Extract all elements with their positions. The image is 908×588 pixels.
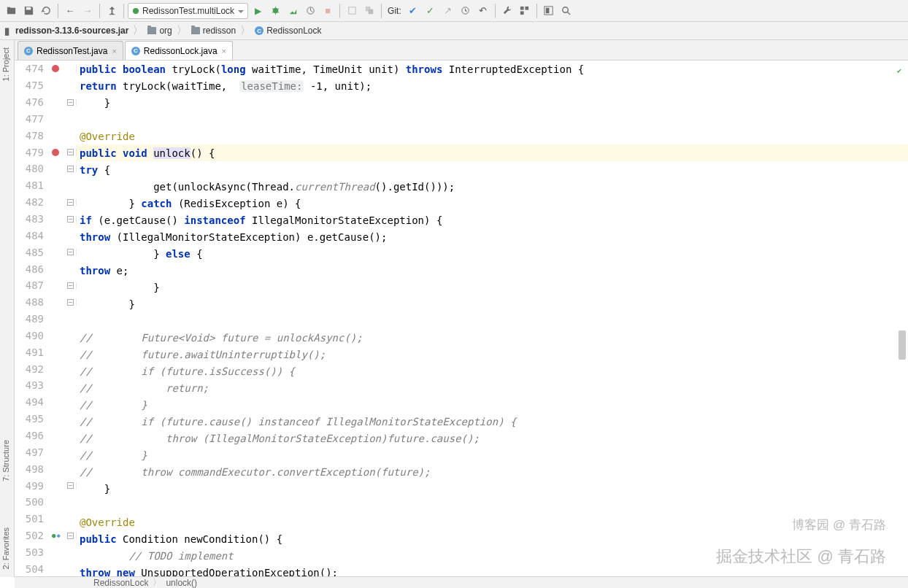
nav-redisson[interactable]: redisson	[188, 26, 239, 36]
breakpoint-icon[interactable]	[52, 65, 59, 72]
close-tab-icon[interactable]: ×	[112, 47, 116, 55]
save-icon[interactable]	[20, 3, 36, 19]
left-tool-stripe: 1: Project 7: Structure 2: Favorites	[0, 40, 15, 577]
git-push-icon[interactable]: ↗	[440, 3, 456, 19]
profile-icon[interactable]	[302, 3, 318, 19]
attach-icon[interactable]	[344, 3, 360, 19]
git-commit-icon[interactable]: ✓	[423, 3, 439, 19]
svg-point-11	[563, 7, 569, 13]
run-config-dropdown[interactable]: RedissonTest.multiLock	[128, 3, 248, 19]
wrench-icon[interactable]	[499, 3, 515, 19]
svg-point-0	[272, 8, 278, 14]
coverage-icon[interactable]	[285, 3, 301, 19]
svg-rect-8	[520, 11, 524, 15]
tab-redissonlock[interactable]: CRedissonLock.java×	[125, 41, 233, 60]
gutter[interactable]: 474 475 476 477 478 479 480 481 482 483 …	[15, 61, 77, 577]
refresh-icon[interactable]	[38, 3, 54, 19]
tab-redissontest[interactable]: CRedissonTest.java×	[18, 41, 123, 60]
stack-icon[interactable]	[361, 3, 377, 19]
fold-icon[interactable]	[67, 199, 74, 206]
close-tab-icon[interactable]: ×	[222, 47, 226, 55]
nav-jar[interactable]: redisson-3.13.6-sources.jar	[12, 26, 131, 36]
main-toolbar: ← → RedissonTest.multiLock ▶ ■ Git: ✔ ✓ …	[0, 0, 908, 22]
nav-class[interactable]: CRedissonLock	[252, 26, 324, 36]
svg-rect-2	[348, 7, 355, 14]
class-icon: C	[255, 26, 263, 35]
fold-icon[interactable]	[67, 482, 74, 489]
inspection-ok-icon	[897, 63, 904, 71]
favorites-tool-tab[interactable]: 2: Favorites	[0, 522, 15, 575]
class-icon: C	[24, 47, 33, 55]
code-editor[interactable]: 474 475 476 477 478 479 480 481 482 483 …	[15, 61, 908, 577]
structure-icon[interactable]	[517, 3, 533, 19]
folder-icon	[191, 27, 200, 34]
scrollbar-thumb[interactable]	[899, 330, 906, 360]
editor-breadcrumb: RedissonLock 〉 unlock()	[15, 576, 908, 588]
git-revert-icon[interactable]: ↶	[475, 3, 491, 19]
fold-icon[interactable]	[67, 166, 74, 172]
search-icon[interactable]	[558, 3, 574, 19]
expand-icon[interactable]	[541, 3, 557, 19]
folder-icon	[147, 27, 156, 34]
project-tool-tab[interactable]: 1: Project	[0, 42, 15, 87]
git-label: Git:	[388, 6, 401, 16]
fold-icon[interactable]	[67, 249, 74, 255]
code-content[interactable]: public boolean tryLock(long waitTime, Ti…	[77, 61, 908, 577]
crumb-method[interactable]: unlock()	[166, 578, 197, 588]
git-update-icon[interactable]: ✔	[405, 3, 421, 19]
class-icon: C	[131, 47, 140, 55]
navigate-up-icon[interactable]	[104, 3, 120, 19]
nav-org[interactable]: org	[145, 26, 174, 36]
editor-tabs: CRedissonTest.java× CRedissonLock.java×	[15, 40, 908, 61]
structure-tool-tab[interactable]: 7: Structure	[0, 434, 15, 487]
git-history-icon[interactable]	[458, 3, 474, 19]
crumb-class[interactable]: RedissonLock	[93, 578, 148, 588]
fold-icon[interactable]	[67, 533, 74, 539]
open-file-icon[interactable]	[3, 3, 19, 19]
svg-rect-4	[368, 9, 373, 15]
forward-icon[interactable]: →	[80, 3, 96, 19]
svg-rect-6	[520, 7, 524, 10]
svg-rect-7	[526, 7, 529, 10]
breakpoint-icon[interactable]	[52, 149, 59, 156]
fold-icon[interactable]	[67, 99, 74, 106]
run-icon[interactable]: ▶	[250, 3, 266, 19]
jar-icon: ▮	[4, 26, 9, 36]
svg-rect-10	[546, 8, 550, 14]
back-icon[interactable]: ←	[62, 3, 78, 19]
fold-icon[interactable]	[67, 299, 74, 306]
breadcrumb-bar: ▮ redisson-3.13.6-sources.jar 〉 org 〉 re…	[0, 22, 908, 40]
fold-icon[interactable]	[67, 282, 74, 289]
vertical-scrollbar[interactable]	[898, 61, 907, 577]
stop-icon[interactable]: ■	[320, 3, 336, 19]
debug-icon[interactable]	[267, 3, 283, 19]
fold-icon[interactable]	[67, 216, 74, 223]
fold-icon[interactable]	[67, 149, 74, 155]
